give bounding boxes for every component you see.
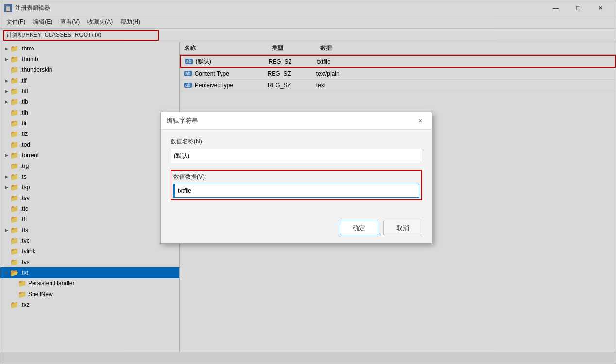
data-field-wrapper: 数值数据(V): <box>171 170 422 200</box>
dialog-body: 数值名称(N): 数值数据(V): <box>161 130 432 216</box>
dialog-overlay: 编辑字符串 × 数值名称(N): 数值数据(V): 确定 取消 <box>0 0 616 364</box>
dialog-title-bar: 编辑字符串 × <box>161 112 432 130</box>
ok-button[interactable]: 确定 <box>340 221 378 235</box>
name-field-label: 数值名称(N): <box>171 137 422 146</box>
dialog-buttons: 确定 取消 <box>161 216 432 243</box>
data-field-input[interactable] <box>173 184 419 198</box>
edit-string-dialog: 编辑字符串 × 数值名称(N): 数值数据(V): 确定 取消 <box>160 112 432 244</box>
name-field-input[interactable] <box>171 149 422 163</box>
dialog-close-button[interactable]: × <box>414 115 426 127</box>
data-field-label: 数值数据(V): <box>173 173 419 181</box>
data-field-inner <box>173 184 419 198</box>
dialog-title-text: 编辑字符串 <box>167 116 414 125</box>
cancel-button[interactable]: 取消 <box>383 221 422 235</box>
